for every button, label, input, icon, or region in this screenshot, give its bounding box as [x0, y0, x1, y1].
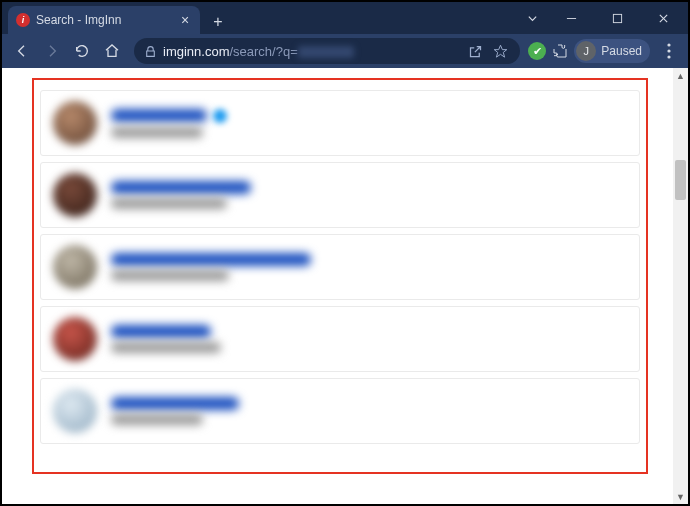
results-highlight-box	[32, 78, 648, 474]
window-controls	[518, 4, 688, 32]
url-query-blurred	[298, 46, 354, 58]
toolbar-right: ✔ J Paused	[528, 37, 682, 65]
tab-title: Search - ImgInn	[36, 13, 172, 27]
search-result-item[interactable]	[40, 162, 640, 228]
minimize-button[interactable]	[550, 4, 592, 32]
extension-shield-icon[interactable]: ✔	[528, 42, 546, 60]
profile-label: Paused	[601, 44, 642, 58]
lock-icon	[144, 45, 157, 58]
result-name-blurred	[111, 397, 239, 410]
result-name-blurred	[111, 253, 311, 266]
tab-strip: i Search - ImgInn × +	[2, 2, 230, 34]
chrome-menu-button[interactable]	[656, 37, 682, 65]
chevron-down-icon[interactable]	[518, 4, 546, 32]
profile-button[interactable]: J Paused	[574, 39, 650, 63]
result-handle-blurred	[111, 414, 203, 425]
result-text	[111, 253, 311, 281]
result-text	[111, 109, 227, 138]
share-icon[interactable]	[468, 44, 483, 59]
url-path: /search/?q=	[229, 44, 297, 59]
browser-tab[interactable]: i Search - ImgInn ×	[8, 6, 200, 34]
verified-badge-icon	[213, 109, 227, 123]
search-result-item[interactable]	[40, 306, 640, 372]
maximize-button[interactable]	[596, 4, 638, 32]
result-avatar	[53, 317, 97, 361]
result-avatar	[53, 173, 97, 217]
browser-toolbar: imginn.com/search/?q= ✔ J Paused	[2, 34, 688, 68]
svg-point-5	[667, 49, 670, 52]
search-result-item[interactable]	[40, 378, 640, 444]
close-tab-icon[interactable]: ×	[178, 13, 192, 27]
search-result-item[interactable]	[40, 90, 640, 156]
url-text: imginn.com/search/?q=	[163, 44, 354, 59]
result-handle-blurred	[111, 198, 227, 209]
result-name-blurred	[111, 325, 211, 338]
scrollbar[interactable]: ▲ ▼	[673, 68, 688, 504]
result-text	[111, 181, 251, 209]
star-icon[interactable]	[493, 44, 508, 59]
home-button[interactable]	[98, 37, 126, 65]
forward-button[interactable]	[38, 37, 66, 65]
url-host: imginn.com	[163, 44, 229, 59]
scrollbar-thumb[interactable]	[675, 160, 686, 200]
result-avatar	[53, 101, 97, 145]
address-bar[interactable]: imginn.com/search/?q=	[134, 38, 520, 64]
result-name-blurred	[111, 181, 251, 194]
address-bar-actions	[468, 44, 510, 59]
result-handle-blurred	[111, 270, 229, 281]
close-window-button[interactable]	[642, 4, 684, 32]
search-results	[34, 80, 646, 454]
result-text	[111, 397, 239, 425]
reload-button[interactable]	[68, 37, 96, 65]
result-avatar	[53, 389, 97, 433]
favicon-icon: i	[16, 13, 30, 27]
svg-point-6	[667, 55, 670, 58]
back-button[interactable]	[8, 37, 36, 65]
result-name-blurred	[111, 109, 207, 122]
window-titlebar: i Search - ImgInn × +	[2, 2, 688, 34]
new-tab-button[interactable]: +	[206, 10, 230, 34]
result-handle-blurred	[111, 342, 221, 353]
svg-point-4	[667, 43, 670, 46]
result-handle-blurred	[111, 127, 203, 138]
search-result-item[interactable]	[40, 234, 640, 300]
result-text	[111, 325, 221, 353]
extensions-icon[interactable]	[552, 43, 568, 59]
svg-rect-1	[613, 14, 621, 22]
scroll-up-icon[interactable]: ▲	[673, 68, 688, 83]
result-avatar	[53, 245, 97, 289]
avatar-icon: J	[576, 41, 596, 61]
page-content: ▲ ▼	[2, 68, 688, 504]
scroll-down-icon[interactable]: ▼	[673, 489, 688, 504]
